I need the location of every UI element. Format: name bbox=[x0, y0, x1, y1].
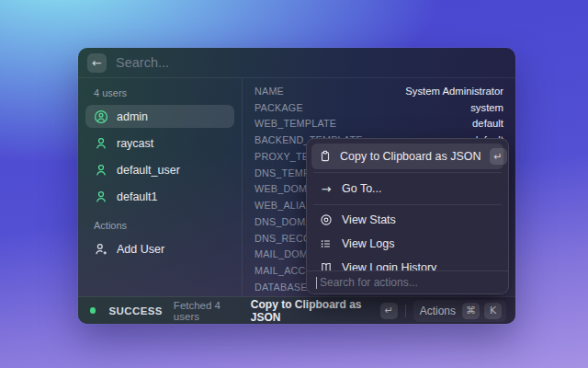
status-bar: SUCCESS Fetched 4 users Copy to Clipboar… bbox=[78, 296, 515, 324]
user-label: default1 bbox=[117, 190, 157, 203]
detail-row: WEB_TEMPLATEdefault bbox=[254, 116, 503, 132]
menu-item-copy-to-clipboard-json[interactable]: Copy to Clipboard as JSON ↵ bbox=[311, 144, 503, 169]
menu-separator bbox=[313, 204, 502, 205]
actions-section-header: Actions bbox=[94, 220, 234, 231]
menu-separator bbox=[313, 172, 502, 173]
user-row-raycast[interactable]: raycast bbox=[85, 132, 234, 155]
user-icon bbox=[94, 163, 108, 178]
users-section-header: 4 users bbox=[94, 87, 234, 98]
primary-action-button[interactable]: Copy to Clipboard as JSON bbox=[251, 298, 373, 324]
arrow-right-icon: → bbox=[319, 182, 334, 196]
menu-item-go-to[interactable]: → Go To... bbox=[311, 176, 503, 201]
status-bar-actions: Copy to Clipboard as JSON ↵ Actions ⌘ K bbox=[251, 298, 506, 324]
user-circle-icon bbox=[94, 109, 108, 124]
back-button[interactable]: ← bbox=[87, 53, 107, 73]
success-status-dot bbox=[90, 307, 96, 314]
actions-menu-button[interactable]: Actions ⌘ K bbox=[413, 300, 506, 322]
user-row-admin[interactable]: admin bbox=[85, 105, 234, 128]
status-bar-divider bbox=[405, 305, 406, 317]
user-label: raycast bbox=[117, 137, 153, 150]
enter-key-badge: ↵ bbox=[380, 303, 398, 319]
menu-item-label: Go To... bbox=[342, 182, 382, 195]
raycast-window: ← Search... 4 users admin bbox=[78, 48, 515, 324]
detail-row: NAMESystem Administrator bbox=[254, 83, 503, 99]
status-message: Fetched 4 users bbox=[174, 300, 243, 322]
user-icon bbox=[94, 136, 108, 151]
enter-key-badge: ↵ bbox=[490, 148, 507, 165]
menu-item-label: View Logs bbox=[342, 237, 394, 250]
user-row-default-user[interactable]: default_user bbox=[85, 158, 234, 181]
search-input[interactable]: Search... bbox=[116, 55, 169, 70]
back-arrow-icon: ← bbox=[92, 56, 102, 70]
clipboard-icon bbox=[319, 150, 332, 163]
command-key-badge: ⌘ bbox=[462, 303, 480, 319]
actions-search-input[interactable]: Search for actions... bbox=[307, 270, 508, 293]
user-icon bbox=[94, 190, 108, 204]
user-row-default1[interactable]: default1 bbox=[85, 185, 234, 208]
status-label: SUCCESS bbox=[108, 305, 162, 316]
menu-item-view-login-history[interactable]: View Login History bbox=[311, 256, 503, 270]
user-plus-icon bbox=[94, 242, 108, 257]
stats-target-icon bbox=[319, 213, 334, 226]
users-sidebar: 4 users admin raycast bbox=[78, 78, 242, 296]
menu-item-label: View Login History bbox=[342, 261, 436, 270]
search-bar: ← Search... bbox=[78, 48, 515, 78]
actions-search-placeholder: Search for actions... bbox=[320, 276, 418, 289]
add-user-row[interactable]: Add User bbox=[85, 237, 234, 260]
menu-item-label: View Stats bbox=[342, 213, 396, 226]
k-key-badge: K bbox=[484, 303, 502, 319]
user-label: default_user bbox=[117, 164, 180, 177]
actions-button-label: Actions bbox=[420, 305, 456, 317]
menu-item-view-logs[interactable]: View Logs bbox=[311, 232, 503, 256]
detail-row: PACKAGEsystem bbox=[254, 99, 503, 116]
menu-item-view-stats[interactable]: View Stats bbox=[311, 208, 503, 232]
add-user-label: Add User bbox=[117, 243, 164, 256]
book-icon bbox=[319, 261, 334, 270]
text-cursor bbox=[316, 277, 317, 289]
list-lines-icon bbox=[319, 237, 334, 250]
menu-item-label: Copy to Clipboard as JSON bbox=[340, 150, 481, 163]
actions-menu-list: Copy to Clipboard as JSON ↵ → Go To... V… bbox=[307, 139, 508, 270]
actions-menu: Copy to Clipboard as JSON ↵ → Go To... V… bbox=[306, 138, 509, 294]
user-label: admin bbox=[117, 110, 148, 123]
